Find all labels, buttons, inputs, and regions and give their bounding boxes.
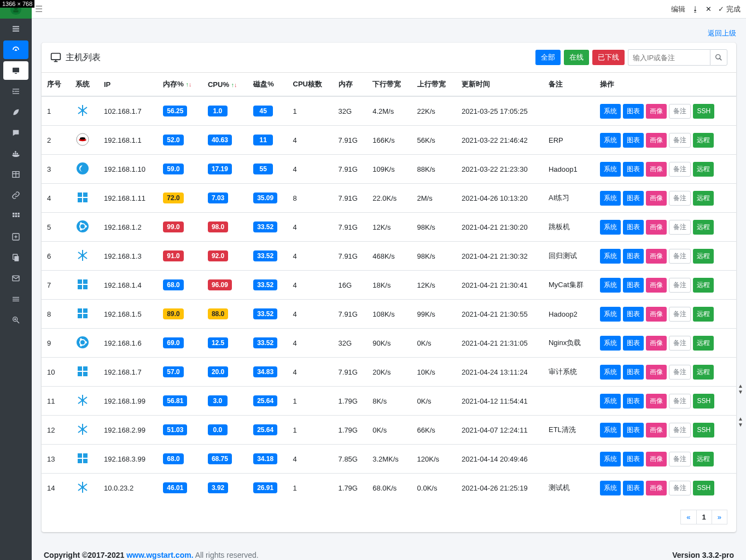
action-system-button[interactable]: 系统 [600, 162, 621, 177]
action-chart-button[interactable]: 图表 [623, 162, 644, 177]
page-prev[interactable]: « [680, 510, 696, 524]
action-conn-button[interactable]: SSH [693, 481, 714, 495]
action-system-button[interactable]: 系统 [600, 336, 621, 351]
action-chart-button[interactable]: 图表 [623, 336, 644, 351]
action-chart-button[interactable]: 图表 [623, 365, 644, 380]
action-chart-button[interactable]: 图表 [623, 481, 644, 495]
col-remark[interactable]: 备注 [543, 73, 595, 96]
action-conn-button[interactable]: SSH [693, 423, 714, 438]
action-image-button[interactable]: 画像 [646, 191, 667, 206]
action-note-button[interactable]: 备注 [669, 394, 691, 409]
hamburger-icon[interactable]: ☰ [35, 4, 43, 14]
action-conn-button[interactable]: 远程 [693, 220, 714, 235]
action-note-button[interactable]: 备注 [669, 336, 691, 351]
action-note-button[interactable]: 备注 [669, 133, 691, 148]
action-chart-button[interactable]: 图表 [623, 249, 644, 264]
action-system-button[interactable]: 系统 [600, 307, 621, 322]
action-note-button[interactable]: 备注 [669, 162, 691, 177]
action-conn-button[interactable]: SSH [693, 104, 714, 119]
action-conn-button[interactable]: SSH [693, 394, 714, 409]
action-chart-button[interactable]: 图表 [623, 278, 644, 293]
nav-grid-icon[interactable] [0, 206, 32, 226]
action-system-button[interactable]: 系统 [600, 278, 621, 293]
search-button[interactable] [710, 49, 727, 66]
nav-link-icon[interactable] [0, 185, 32, 206]
action-image-button[interactable]: 画像 [646, 336, 667, 351]
action-system-button[interactable]: 系统 [600, 394, 621, 409]
col-cpu[interactable]: CPU% ↑↓ [202, 73, 248, 96]
action-system-button[interactable]: 系统 [600, 452, 621, 466]
col-disk[interactable]: 磁盘% [248, 73, 287, 96]
action-conn-button[interactable]: 远程 [693, 365, 714, 380]
action-chart-button[interactable]: 图表 [623, 423, 644, 438]
col-idx[interactable]: 序号 [42, 73, 70, 96]
action-conn-button[interactable]: 远程 [693, 278, 714, 293]
action-conn-button[interactable]: 远程 [693, 162, 714, 177]
nav-dashboard-icon[interactable] [3, 40, 28, 59]
col-memtotal[interactable]: 内存 [333, 73, 368, 96]
action-chart-button[interactable]: 图表 [623, 133, 644, 148]
nav-zoom-icon[interactable] [0, 310, 32, 330]
nav-table-icon[interactable] [0, 164, 32, 185]
action-image-button[interactable]: 画像 [646, 104, 667, 119]
action-chart-button[interactable]: 图表 [623, 104, 644, 119]
action-conn-button[interactable]: 远程 [693, 336, 714, 351]
edit-button[interactable]: 编辑 [671, 4, 685, 14]
action-note-button[interactable]: 备注 [669, 307, 691, 322]
action-note-button[interactable]: 备注 [669, 365, 691, 380]
col-up[interactable]: 上行带宽 [412, 73, 456, 96]
action-image-button[interactable]: 画像 [646, 394, 667, 409]
col-down[interactable]: 下行带宽 [367, 73, 411, 96]
action-image-button[interactable]: 画像 [646, 278, 667, 293]
col-cores[interactable]: CPU核数 [288, 73, 333, 96]
action-note-button[interactable]: 备注 [669, 278, 691, 293]
action-system-button[interactable]: 系统 [600, 191, 621, 206]
download-icon[interactable]: ⭳ [692, 5, 699, 13]
action-note-button[interactable]: 备注 [669, 220, 691, 235]
action-image-button[interactable]: 画像 [646, 481, 667, 495]
action-system-button[interactable]: 系统 [600, 365, 621, 380]
breadcrumb-back[interactable]: 返回上级 [708, 28, 736, 38]
nav-indent-icon[interactable] [0, 81, 32, 102]
action-image-button[interactable]: 画像 [646, 307, 667, 322]
action-image-button[interactable]: 画像 [646, 220, 667, 235]
col-mem[interactable]: 内存% ↑↓ [158, 73, 202, 96]
nav-list-icon[interactable] [0, 19, 32, 39]
scroll-up-icon[interactable]: ▲▼ [737, 383, 744, 395]
action-system-button[interactable]: 系统 [600, 423, 621, 438]
nav-bars-icon[interactable] [0, 289, 32, 310]
action-note-button[interactable]: 备注 [669, 481, 691, 495]
col-ip[interactable]: IP [98, 73, 158, 96]
action-conn-button[interactable]: 远程 [693, 249, 714, 264]
action-conn-button[interactable]: 远程 [693, 133, 714, 148]
action-image-button[interactable]: 画像 [646, 249, 667, 264]
col-ops[interactable]: 操作 [595, 73, 736, 96]
action-system-button[interactable]: 系统 [600, 133, 621, 148]
nav-copy-icon[interactable] [0, 247, 32, 268]
done-button[interactable]: 完成 [718, 4, 741, 14]
filter-all-button[interactable]: 全部 [535, 50, 561, 65]
action-note-button[interactable]: 备注 [669, 423, 691, 438]
close-icon[interactable]: ✕ [706, 5, 712, 13]
action-image-button[interactable]: 画像 [646, 423, 667, 438]
action-system-button[interactable]: 系统 [600, 104, 621, 119]
action-note-button[interactable]: 备注 [669, 104, 691, 119]
action-note-button[interactable]: 备注 [669, 249, 691, 264]
nav-docker-icon[interactable] [0, 143, 32, 164]
action-system-button[interactable]: 系统 [600, 220, 621, 235]
action-image-button[interactable]: 画像 [646, 162, 667, 177]
action-image-button[interactable]: 画像 [646, 133, 667, 148]
action-system-button[interactable]: 系统 [600, 249, 621, 264]
action-note-button[interactable]: 备注 [669, 452, 691, 466]
action-conn-button[interactable]: 远程 [693, 307, 714, 322]
footer-site-link[interactable]: www.wgstart.com. [126, 551, 193, 559]
col-os[interactable]: 系统 [70, 73, 98, 96]
scroll-down-icon[interactable]: ▲▼ [737, 416, 744, 428]
search-input[interactable] [628, 49, 710, 66]
action-note-button[interactable]: 备注 [669, 191, 691, 206]
filter-online-button[interactable]: 在线 [564, 50, 589, 65]
action-conn-button[interactable]: 远程 [693, 452, 714, 466]
action-chart-button[interactable]: 图表 [623, 452, 644, 466]
action-chart-button[interactable]: 图表 [623, 307, 644, 322]
nav-mail-icon[interactable] [0, 268, 32, 289]
